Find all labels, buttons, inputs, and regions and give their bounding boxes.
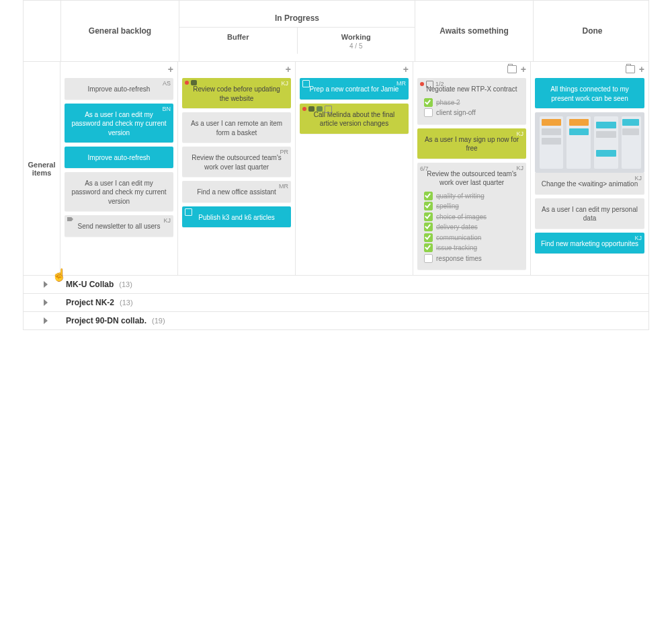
assignee-badge: PR [280,148,288,156]
column-header-row: General backlog In Progress Buffer Worki… [24,1,648,62]
check-item[interactable]: delivery dates [424,223,519,232]
assignee-badge: AS [163,79,171,87]
card[interactable]: PR Review the outsourced team's work ove… [182,147,291,177]
column-header-awaits: Awaits something [415,1,534,61]
chevron-right-icon [44,317,48,324]
kanban-board: General backlog In Progress Buffer Worki… [23,0,649,330]
swimlane-count: (13) [120,299,133,307]
checkbox-icon[interactable] [424,212,433,221]
priority-icon [185,81,189,85]
card[interactable]: All things connected to my present work … [535,78,644,108]
folder-icon[interactable] [507,65,517,73]
add-card-icon[interactable]: + [286,64,291,75]
assignee-badge: KJ [634,234,642,242]
checkbox-icon[interactable] [424,98,433,107]
swimlane-label: General items [24,62,60,275]
lane-done[interactable]: + All things connected to my present wor… [531,62,648,275]
lane-buffer[interactable]: + KJ Review code before updating the web… [178,62,296,275]
tag-icon [67,217,73,221]
card-with-thumbnail[interactable]: KJ Change the <waiting> animation [535,112,644,194]
check-item[interactable]: choice of images [424,212,519,222]
card[interactable]: KJ As a user I may sign up now for free [417,128,526,159]
assignee-badge: KJ [516,130,523,138]
check-item[interactable]: quality of writing [424,192,519,201]
checklist-count: 6/7 [420,165,429,173]
assignee-badge: BN [162,105,171,113]
card[interactable]: KJ Send newsletter to all users [65,215,173,237]
checkbox-icon[interactable] [424,108,433,117]
card[interactable]: Improve auto-refresh [65,147,173,168]
checkbox-icon[interactable] [424,233,433,242]
wip-limit: 4 / 5 [300,42,413,50]
column-header-done: Done [534,1,651,61]
calendar-icon [426,81,433,88]
card[interactable]: MR Find a new office assistant [182,181,291,202]
checkbox-icon[interactable] [424,223,433,231]
assignee-badge: KJ [634,174,642,182]
check-item[interactable]: communication [424,233,519,243]
checkbox-icon[interactable] [424,202,433,210]
chevron-right-icon [44,281,48,288]
calendar-icon [302,80,310,87]
check-item[interactable]: response times [424,254,519,264]
add-card-icon[interactable]: + [168,64,173,75]
checkbox-icon[interactable] [424,192,433,200]
check-item[interactable]: spelling [424,202,519,211]
folder-icon[interactable] [626,65,635,73]
lane-awaits[interactable]: + 1/2 Negotiate new RTP-X contract phase… [413,62,531,275]
card[interactable]: MR Prep a new contract for Jamie [300,78,409,100]
card[interactable]: KJ Review code before updating the websi… [182,78,291,108]
card[interactable]: KJ Find new marketing opportunites [535,233,644,254]
column-header-inprogress: In Progress Buffer Working 4 / 5 [179,1,415,61]
calendar-icon [185,208,192,216]
check-item[interactable]: issue tracking [424,243,519,253]
column-header-buffer: Buffer [179,28,298,54]
card[interactable]: 1/2 Negotiate new RTP-X contract phase 2… [417,78,526,124]
check-item[interactable]: phase 2 [424,98,519,108]
swimlane-collapsed[interactable]: MK-U Collab (13) [24,276,648,294]
card[interactable]: As a user I can edit my personal data [535,198,644,229]
assignee-badge: KJ [516,164,523,172]
calendar-icon [325,106,332,113]
card[interactable]: As a user I can remote an item form a ba… [182,112,291,143]
card[interactable]: As a user I can edit my password and che… [65,172,173,212]
checkbox-icon[interactable] [424,254,433,263]
card-thumbnail [535,112,644,173]
column-header-working: Working 4 / 5 [298,28,415,54]
priority-icon [302,107,306,111]
column-header-backlog: General backlog [61,1,179,61]
lane-working[interactable]: + MR Prep a new contract for Jamie Call … [296,62,413,275]
check-item[interactable]: client sign-off [424,108,519,118]
card[interactable]: BN As a user I can edit my password and … [65,104,173,143]
card[interactable]: 6/7 KJ Review the outsourced team's work… [417,163,526,270]
swimlane-general-items: General items + AS Improve auto-refresh … [24,62,648,276]
card[interactable]: AS Improve auto-refresh [65,78,173,100]
checklist: phase 2 client sign-off [423,98,521,118]
assignee-badge: MR [396,79,406,87]
swimlane-collapsed[interactable]: Project NK-2 (13) [24,294,648,312]
add-card-icon[interactable]: + [521,64,526,75]
comment-icon [317,106,323,112]
checkbox-icon[interactable] [424,243,433,252]
swimlane-collapsed[interactable]: Project 90-DN collab. (19) [24,312,648,329]
card[interactable]: Publish k3 and k6 articles [182,206,291,228]
checklist-count: 1/2 [435,80,444,88]
card[interactable]: Call Melinda about the final article ver… [300,104,409,134]
swimlane-name: Project NK-2 [66,298,114,307]
swimlane-count: (19) [152,317,165,325]
swimlane-name: Project 90-DN collab. [66,316,146,325]
comment-icon [308,106,314,112]
assignee-badge: MR [279,182,288,190]
add-card-icon[interactable]: + [639,64,644,75]
checklist: quality of writing spelling choice of im… [423,192,521,264]
priority-icon [420,82,424,86]
swimlane-name: MK-U Collab [66,280,114,289]
swimlane-count: (13) [119,280,132,288]
comment-icon [191,80,197,85]
chevron-right-icon [44,299,48,306]
assignee-badge: KJ [281,79,288,87]
assignee-badge: KJ [163,216,171,225]
lane-backlog[interactable]: + AS Improve auto-refresh BN As a user I… [60,62,178,275]
add-card-icon[interactable]: + [403,64,409,75]
